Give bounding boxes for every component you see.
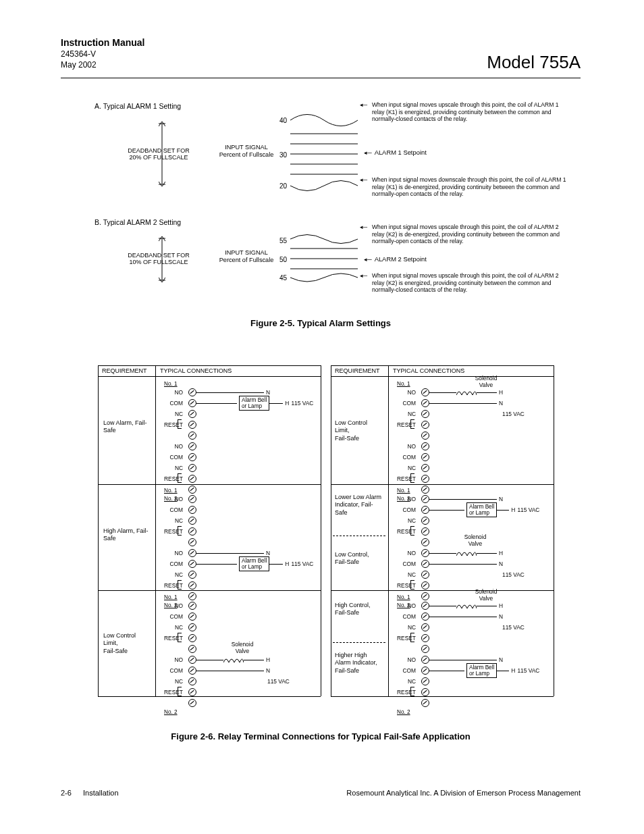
desc-a-top: ◂─When input signal moves upscale throug… — [372, 101, 568, 123]
figure-2-6: REQUIREMENT TYPICAL CONNECTIONS REQUIREM… — [98, 365, 543, 716]
screw-icon — [421, 699, 429, 707]
req-low-control-5b: Low Control, Fail-Safe — [335, 551, 382, 567]
term-block-3: No. 1 NO COM NC RESET NO H COMN NC115 VA… — [164, 594, 319, 715]
screw-icon — [421, 527, 429, 536]
screw-icon — [188, 699, 196, 707]
solenoid-valve-label-3: SolenoidValve — [225, 641, 259, 654]
input-signal-a: INPUT SIGNAL Percent of Fullscale — [213, 144, 280, 158]
screw-icon — [421, 667, 429, 675]
screw-icon — [188, 549, 196, 557]
setpoint-b: ◂─ALARM 2 Setpoint — [364, 256, 427, 263]
screw-icon — [188, 645, 196, 653]
screw-icon — [188, 464, 196, 472]
screw-icon — [421, 656, 429, 664]
screw-icon — [421, 442, 429, 450]
screw-icon — [421, 432, 429, 440]
term-block-2: No. 1 NO COM NC RESET NON COMAlarm Bello… — [164, 487, 319, 608]
doc-title: Instruction Manual — [61, 37, 581, 48]
input-signal-b: INPUT SIGNAL Percent of Fullscale — [213, 249, 280, 263]
term-block-6: No. 1 NO H COMN NC115 VAC RESET NON COMA… — [397, 594, 552, 715]
req-low-control-3: Low Control Limit, Fail-Safe — [103, 632, 151, 655]
screw-icon — [421, 634, 429, 642]
screw-icon — [421, 677, 429, 685]
screw-icon — [188, 688, 196, 696]
screw-icon — [421, 517, 429, 525]
section-name: Installation — [83, 789, 119, 797]
solenoid-icon — [456, 388, 477, 396]
term-block-4: No. 1 NO H COMN NC115 VAC RESET NO COM N… — [397, 380, 552, 502]
req-low-control-4: Low Control Limit, Fail-Safe — [335, 419, 382, 442]
screw-icon — [421, 645, 429, 653]
req-high-alarm: High Alarm, Fail-Safe — [103, 527, 151, 543]
figure-2-5: A. Typical ALARM 1 Setting DEADBAND SET … — [95, 102, 567, 311]
col-conn-left: TYPICAL CONNECTIONS — [160, 367, 232, 374]
screw-icon — [188, 623, 196, 631]
screw-icon — [421, 388, 429, 396]
req-low-alarm: Low Alarm, Fail-Safe — [103, 419, 151, 435]
section-b-title: B. Typical ALARM 2 Setting — [95, 218, 181, 226]
req-higher-high-alarm: Higher High Alarm Indicator, Fail-Safe — [335, 652, 382, 675]
screw-icon — [188, 677, 196, 685]
screw-icon — [188, 613, 196, 621]
setpoint-a: ◂─ALARM 1 Setpoint — [364, 149, 427, 157]
screw-icon — [188, 602, 196, 610]
tick-b-50: 50 — [273, 256, 287, 264]
tick-a-40: 40 — [273, 117, 287, 125]
screw-icon — [421, 538, 429, 546]
screw-icon — [188, 571, 196, 579]
col-req-left: REQUIREMENT — [102, 367, 147, 374]
signal-wave-a — [290, 110, 358, 194]
screw-icon — [188, 388, 196, 396]
screw-icon — [188, 667, 196, 675]
screw-icon — [188, 560, 196, 568]
screw-icon — [421, 549, 429, 557]
screw-icon — [188, 538, 196, 546]
screw-icon — [188, 495, 196, 503]
req-high-control-6a: High Control, Fail-Safe — [335, 602, 382, 617]
desc-a-bottom: ◂─When input signal moves downscale thro… — [372, 176, 568, 198]
tick-a-30: 30 — [273, 151, 287, 159]
screw-icon — [188, 421, 196, 429]
screw-icon — [421, 410, 429, 418]
deadband-b-label: DEADBAND SET FOR 10% OF FULLSCALE — [122, 252, 196, 266]
figure-2-6-caption: Figure 2-6. Relay Terminal Connections f… — [61, 731, 581, 741]
screw-icon — [188, 656, 196, 664]
figure-2-5-caption: Figure 2-5. Typical Alarm Settings — [61, 318, 581, 328]
deadband-a-label: DEADBAND SET FOR 20% OF FULLSCALE — [122, 147, 196, 161]
tick-a-20: 20 — [273, 182, 287, 190]
screw-icon — [421, 421, 429, 429]
screw-icon — [188, 517, 196, 525]
req-lower-low-alarm: Lower Low Alarm Indicator, Fail-Safe — [335, 494, 382, 517]
col-conn-right: TYPICAL CONNECTIONS — [393, 367, 464, 374]
screw-icon — [421, 506, 429, 514]
screw-icon — [421, 560, 429, 568]
screw-icon — [188, 634, 196, 642]
col-req-right: REQUIREMENT — [335, 367, 380, 374]
screw-icon — [188, 506, 196, 514]
page-footer: 2-6 Installation Rosemount Analytical In… — [61, 789, 581, 797]
company-name: Rosemount Analytical Inc. A Division of … — [346, 789, 581, 797]
screw-icon — [421, 623, 429, 631]
screw-icon — [188, 442, 196, 450]
screw-icon — [421, 464, 429, 472]
screw-icon — [421, 688, 429, 696]
screw-icon — [188, 399, 196, 407]
screw-icon — [421, 453, 429, 461]
screw-icon — [188, 453, 196, 461]
desc-b-top: ◂─When input signal moves upscale throug… — [372, 224, 568, 245]
solenoid-icon — [223, 656, 244, 664]
solenoid-icon — [456, 602, 477, 610]
page-header: Instruction Manual 245364-V May 2002 Mod… — [61, 37, 581, 78]
screw-icon — [421, 602, 429, 610]
screw-icon — [188, 581, 196, 590]
solenoid-valve-label-5: SolenoidValve — [458, 533, 492, 547]
tick-b-45: 45 — [273, 274, 287, 282]
screw-icon — [188, 432, 196, 440]
screw-icon — [421, 571, 429, 579]
page-number: 2-6 — [61, 789, 72, 797]
screw-icon — [421, 581, 429, 590]
screw-icon — [188, 527, 196, 536]
term-block-1: No. 1 NON COMAlarm Bellor LampH115 VAC N… — [164, 380, 319, 502]
screw-icon — [421, 475, 429, 483]
solenoid-icon — [456, 549, 477, 557]
